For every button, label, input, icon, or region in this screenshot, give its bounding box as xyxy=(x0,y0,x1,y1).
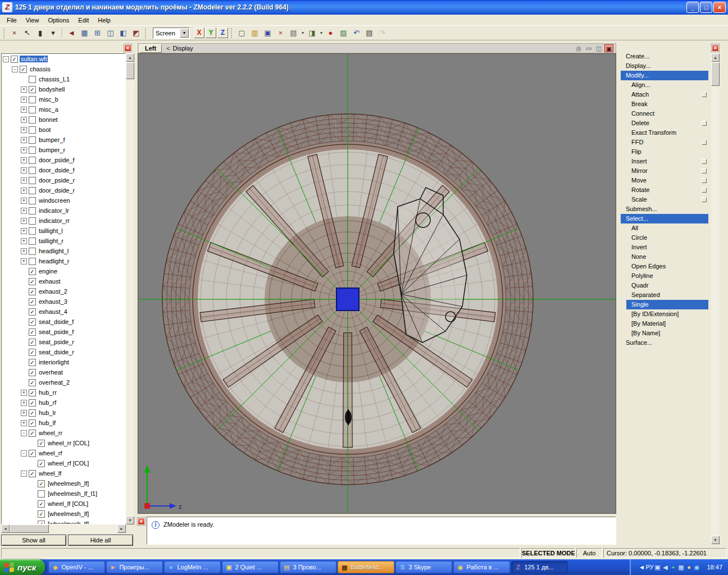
log-window-icon[interactable]: ▤ xyxy=(363,27,375,39)
flag-tool-icon[interactable]: ◄ xyxy=(66,27,78,39)
checkbox[interactable]: ✓ xyxy=(29,409,36,417)
tree-item-indicator-rr[interactable]: +indicator_rr xyxy=(2,216,125,226)
tree-item-wheelmesh-lf[interactable]: +✓[wheelmesh_lf] xyxy=(2,509,125,519)
checkbox[interactable] xyxy=(29,217,36,225)
panel-item-by-name[interactable]: [By Name] xyxy=(619,328,711,338)
tree-item-windscreen[interactable]: +windscreen xyxy=(2,195,125,206)
panel-item-attach[interactable]: Attach xyxy=(619,90,711,99)
tree-scroll-thumb[interactable] xyxy=(126,62,134,79)
checkbox[interactable] xyxy=(29,177,36,184)
checkbox[interactable]: ✓ xyxy=(29,399,36,407)
panel-item-connect[interactable]: Connect xyxy=(619,109,711,118)
panel-item-break[interactable]: Break xyxy=(619,99,711,109)
panel-item-modify[interactable]: Modify... xyxy=(621,71,708,80)
taskbar-button-openiv[interactable]: ◆OpenIV - ... xyxy=(48,561,105,573)
tree-item-hub-rf[interactable]: +✓hub_rf xyxy=(2,398,125,408)
checkbox[interactable] xyxy=(29,96,36,103)
checkbox[interactable]: ✓ xyxy=(29,389,36,396)
checkbox[interactable]: ✓ xyxy=(38,440,45,447)
view-layout-wide-icon[interactable]: ◧ xyxy=(117,27,129,39)
taskbar-button-app-1[interactable]: ►Проигры... xyxy=(106,561,163,573)
checkbox[interactable]: ✓ xyxy=(29,470,36,477)
checkbox[interactable]: ✓ xyxy=(29,308,36,316)
panel-item-option-box[interactable] xyxy=(702,168,707,174)
expand-icon[interactable]: + xyxy=(21,238,27,244)
panel-item-submesh[interactable]: Submesh... xyxy=(619,204,711,214)
expand-icon[interactable]: + xyxy=(21,157,27,163)
tree-item-seat-dside-r[interactable]: +✓seat_dside_r xyxy=(2,347,125,357)
panel-item-option-box[interactable] xyxy=(702,197,707,202)
tree-item-hub-lf[interactable]: +✓hub_lf xyxy=(2,418,125,428)
tree-item-taillight-l[interactable]: +taillight_l xyxy=(2,226,125,236)
taskbar-button-125-1[interactable]: Z125 1 дв... xyxy=(511,561,568,573)
tree-item-wheel-rr[interactable]: -✓wheel_rr xyxy=(2,428,125,438)
checkbox[interactable]: ✓ xyxy=(29,369,36,376)
tree-item-sultan-wft[interactable]: -✓sultan.wft xyxy=(2,54,125,64)
expand-icon[interactable]: + xyxy=(21,390,27,396)
axis-y-button[interactable]: Y xyxy=(206,28,216,38)
material-editor-icon-dropdown[interactable]: ▾ xyxy=(319,27,324,39)
close-button[interactable]: × xyxy=(713,2,726,13)
view-name-button[interactable]: Left xyxy=(139,44,162,53)
collapse-icon[interactable]: - xyxy=(21,471,27,477)
taskbar-button-2-quiet[interactable]: ▣2 Quiet ... xyxy=(222,561,279,573)
auto-indicator[interactable]: Auto xyxy=(576,548,602,558)
expand-icon[interactable]: + xyxy=(21,86,27,93)
checkbox[interactable]: ✓ xyxy=(29,450,36,457)
checkbox[interactable]: ✓ xyxy=(29,298,36,305)
panel-item-option-box[interactable] xyxy=(702,188,707,193)
tree-item-door-dside-r[interactable]: +door_dside_r xyxy=(2,185,125,195)
expand-icon[interactable]: + xyxy=(21,97,27,103)
start-button[interactable]: пуск xyxy=(0,559,45,575)
checkbox[interactable]: ✓ xyxy=(29,278,36,285)
panel-item-surface[interactable]: Surface... xyxy=(619,338,711,348)
tree-item-wheel-rr-col[interactable]: +✓wheel_rr [COL] xyxy=(2,438,125,448)
checkbox[interactable] xyxy=(29,126,36,134)
command-panel-close-button[interactable]: × xyxy=(712,44,719,52)
taskbar-button-app-7[interactable]: ◉Работа в ... xyxy=(453,561,510,573)
checkbox[interactable]: ✓ xyxy=(11,56,18,63)
panel-item-open-edges[interactable]: Open Edges xyxy=(619,262,711,271)
checkbox[interactable] xyxy=(29,157,36,164)
tree-item-exhaust[interactable]: +✓exhaust xyxy=(2,276,125,286)
material-editor-icon[interactable]: ◨ xyxy=(306,27,318,39)
copy-paste-icon[interactable]: ▤ xyxy=(288,27,299,39)
tree-item-door-pside-r[interactable]: +door_pside_r xyxy=(2,175,125,185)
screen-mode-select[interactable]: Screen ▾ xyxy=(153,28,190,39)
panel-item-invert[interactable]: Invert xyxy=(619,243,711,252)
hide-all-button[interactable]: Hide all xyxy=(68,535,133,546)
panel-item-all[interactable]: All xyxy=(619,223,711,233)
show-all-button[interactable]: Show all xyxy=(1,535,66,546)
panel-item-scale[interactable]: Scale xyxy=(619,195,711,204)
checkbox[interactable] xyxy=(29,136,36,144)
axis-z-button[interactable]: Z xyxy=(217,28,228,38)
checkbox[interactable] xyxy=(29,207,36,215)
redo-icon[interactable]: ↷ xyxy=(376,27,388,39)
collapse-tray-icon[interactable]: ◄ xyxy=(638,563,645,572)
checkbox[interactable]: ✓ xyxy=(38,500,45,508)
display-back-arrow[interactable]: < xyxy=(166,45,170,52)
panel-item-polyline[interactable]: Polyline xyxy=(619,271,711,281)
save-file-icon[interactable]: ▣ xyxy=(262,27,274,39)
tree-item-wheel-lf-col[interactable]: +✓wheel_lf [COL] xyxy=(2,499,125,509)
new-scene-icon[interactable]: ▢ xyxy=(236,27,248,39)
toolbar-grip-2[interactable] xyxy=(145,28,147,38)
maximize-view-icon[interactable]: ▣ xyxy=(604,44,613,52)
panel-item-insert[interactable]: Insert xyxy=(619,157,711,166)
panel-item-by-id-extension[interactable]: [By ID/Extension] xyxy=(619,309,711,319)
view-layout-single-icon[interactable]: ▦ xyxy=(79,27,90,39)
tree-item-exhaust-3[interactable]: +✓exhaust_3 xyxy=(2,296,125,307)
tray-network-icon[interactable]: ▦ xyxy=(677,563,685,572)
checkbox[interactable]: ✓ xyxy=(29,359,36,366)
expand-icon[interactable]: + xyxy=(21,218,27,224)
restore-button[interactable]: □ xyxy=(700,2,712,13)
tree-item-door-pside-f[interactable]: +door_pside_f xyxy=(2,155,125,165)
view-layout-custom-icon[interactable]: ◩ xyxy=(130,27,142,39)
checkbox[interactable] xyxy=(29,238,36,245)
scroll-left-icon[interactable]: ◄ xyxy=(1,524,10,533)
checkbox[interactable] xyxy=(29,147,36,154)
panel-item-option-box[interactable] xyxy=(702,159,707,164)
scroll-up-icon[interactable]: ▲ xyxy=(126,53,134,62)
checkbox[interactable] xyxy=(29,106,36,113)
tree-item-hub-rr[interactable]: +✓hub_rr xyxy=(2,387,125,398)
